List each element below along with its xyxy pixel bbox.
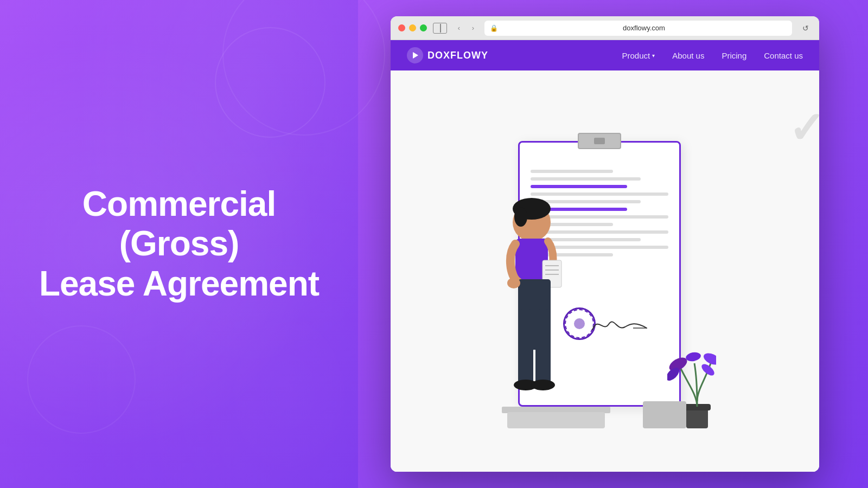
svg-point-19	[685, 351, 701, 363]
svg-marker-0	[413, 52, 418, 59]
nav-contact-label: Contact us	[764, 51, 803, 60]
svg-point-14	[507, 278, 520, 288]
gray-box-left	[507, 412, 605, 428]
hero-title: Commercial (Gross) Lease Agreement	[39, 184, 319, 304]
lock-icon: 🔒	[490, 24, 498, 32]
nav-pricing-label: Pricing	[722, 51, 746, 60]
gray-box-right	[643, 401, 686, 428]
nav-about[interactable]: About us	[672, 51, 704, 60]
logo-text: DOXFLOWY	[427, 50, 488, 61]
nav-pricing[interactable]: Pricing	[722, 51, 746, 60]
title-line-1: Commercial	[82, 184, 276, 223]
illustration-area: ✓ ✓	[391, 70, 819, 472]
svg-rect-10	[518, 309, 533, 385]
title-line-2: (Gross)	[119, 224, 239, 263]
svg-rect-11	[535, 309, 551, 385]
site-navbar: DOXFLOWY Product ▾ About us Pricing Cont…	[391, 40, 819, 70]
clipboard-clip	[578, 133, 621, 149]
nav-contact[interactable]: Contact us	[764, 51, 803, 60]
traffic-lights	[398, 24, 427, 31]
url-bar[interactable]: 🔒 doxflowy.com	[484, 21, 792, 36]
chevron-down-icon: ▾	[652, 53, 655, 59]
forward-button[interactable]: ›	[467, 22, 479, 34]
close-button[interactable]	[398, 24, 405, 31]
nav-product[interactable]: Product ▾	[622, 51, 655, 60]
doc-line	[531, 177, 641, 181]
site-nav-links: Product ▾ About us Pricing Contact us	[622, 51, 803, 60]
doc-line	[531, 170, 613, 173]
left-panel: Commercial (Gross) Lease Agreement	[0, 0, 358, 488]
website-content: DOXFLOWY Product ▾ About us Pricing Cont…	[391, 40, 819, 472]
clipboard-illustration: ✓	[491, 125, 719, 428]
svg-point-3	[514, 207, 527, 227]
back-button[interactable]: ‹	[453, 22, 465, 34]
logo-icon	[407, 47, 423, 63]
doc-line	[531, 185, 627, 188]
refresh-button[interactable]: ↺	[800, 22, 812, 34]
site-hero: ✓ ✓	[391, 70, 819, 472]
background-checkmark: ✓	[788, 103, 819, 153]
site-logo[interactable]: DOXFLOWY	[407, 47, 488, 63]
svg-point-13	[531, 380, 555, 390]
document-signature	[587, 311, 652, 340]
right-panel: ‹ › 🔒 doxflowy.com ↺ DOXFLOWY	[358, 0, 868, 488]
nav-product-label: Product	[622, 51, 650, 60]
split-view-button[interactable]	[432, 21, 448, 36]
nav-about-label: About us	[672, 51, 704, 60]
hero-text-block: Commercial (Gross) Lease Agreement	[7, 184, 352, 304]
url-text: doxflowy.com	[501, 24, 787, 32]
person-illustration	[491, 190, 578, 428]
browser-window: ‹ › 🔒 doxflowy.com ↺ DOXFLOWY	[391, 16, 819, 472]
minimize-button[interactable]	[409, 24, 416, 31]
maximize-button[interactable]	[420, 24, 427, 31]
nav-buttons: ‹ ›	[453, 22, 479, 34]
browser-chrome: ‹ › 🔒 doxflowy.com ↺	[391, 16, 819, 40]
title-line-3: Lease Agreement	[39, 264, 319, 303]
